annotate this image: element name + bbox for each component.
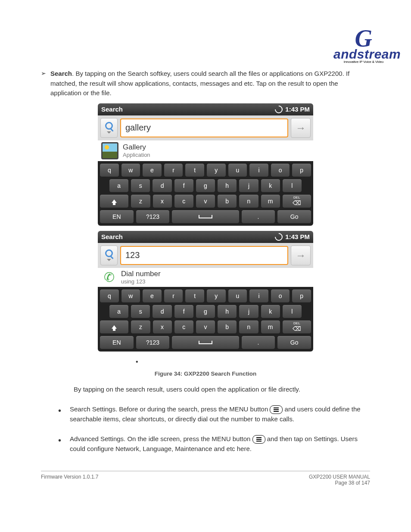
key-n[interactable]: n xyxy=(239,194,258,208)
key-x[interactable]: x xyxy=(153,320,172,334)
key-b[interactable]: b xyxy=(217,194,237,208)
key-o[interactable]: o xyxy=(271,163,290,177)
key-r[interactable]: r xyxy=(164,289,184,303)
key-n[interactable]: n xyxy=(239,320,258,334)
refresh-icon xyxy=(274,104,284,115)
key-j[interactable]: j xyxy=(239,179,258,193)
key-delete[interactable]: DEL ⌫ xyxy=(282,320,311,334)
submit-button[interactable]: → xyxy=(291,118,311,138)
key-s[interactable]: s xyxy=(131,305,150,318)
search-toolbar: → xyxy=(98,243,313,268)
key-g[interactable]: g xyxy=(196,179,215,193)
key-v[interactable]: v xyxy=(196,320,215,334)
result-title: Gallery xyxy=(123,143,150,152)
key-period[interactable]: . xyxy=(241,210,276,224)
key-k[interactable]: k xyxy=(261,305,280,318)
key-i[interactable]: i xyxy=(249,163,269,177)
key-t[interactable]: t xyxy=(185,163,205,177)
key-p[interactable]: p xyxy=(292,289,311,303)
key-period[interactable]: . xyxy=(241,336,276,349)
key-a[interactable]: a xyxy=(109,305,129,318)
key-e[interactable]: e xyxy=(142,289,162,303)
search-input[interactable] xyxy=(120,118,288,137)
arrow-right-icon: → xyxy=(296,122,306,134)
key-z[interactable]: z xyxy=(131,320,150,334)
key-space[interactable] xyxy=(171,336,239,349)
footer-left: Firmware Version 1.0.1.7 xyxy=(41,474,98,486)
search-icon xyxy=(105,249,113,257)
key-m[interactable]: m xyxy=(261,194,280,208)
key-h[interactable]: h xyxy=(217,305,237,318)
del-label: DEL xyxy=(293,196,300,199)
onscreen-keyboard: q w e r t y u i o p a s d f g h j k l xyxy=(98,287,313,352)
key-x[interactable]: x xyxy=(153,194,172,208)
key-s[interactable]: s xyxy=(131,179,150,193)
key-v[interactable]: v xyxy=(196,194,215,208)
key-language[interactable]: EN xyxy=(100,336,134,349)
clock: 1:43 PM xyxy=(285,106,310,113)
key-h[interactable]: h xyxy=(217,179,237,193)
key-symbols[interactable]: ?123 xyxy=(136,210,170,224)
brand-logo: Gandstream Innovative IP Voice & Video xyxy=(333,24,394,64)
key-b[interactable]: b xyxy=(217,320,237,334)
key-u[interactable]: u xyxy=(228,289,248,303)
key-w[interactable]: w xyxy=(121,163,141,177)
key-m[interactable]: m xyxy=(261,320,280,334)
search-scope-button[interactable] xyxy=(100,246,118,265)
key-language[interactable]: EN xyxy=(100,210,134,224)
key-symbols[interactable]: ?123 xyxy=(136,336,170,349)
screenshot-dial-search: Search 1:43 PM → ✆ Dial number using 123 xyxy=(98,231,313,352)
key-d[interactable]: d xyxy=(152,305,172,318)
key-i[interactable]: i xyxy=(249,289,269,303)
space-icon xyxy=(199,215,212,218)
key-j[interactable]: j xyxy=(239,305,258,318)
search-result-row[interactable]: ✆ Dial number using 123 xyxy=(98,268,313,287)
section-title: Search xyxy=(50,70,72,77)
submit-button[interactable]: → xyxy=(291,246,311,265)
key-g[interactable]: g xyxy=(196,305,215,318)
screenshot-gallery-search: Search 1:43 PM → Gallery Application xyxy=(98,103,313,226)
key-shift[interactable] xyxy=(100,194,129,208)
shift-icon xyxy=(112,199,117,203)
key-u[interactable]: u xyxy=(228,163,248,177)
key-y[interactable]: y xyxy=(206,289,226,303)
search-result-row[interactable]: Gallery Application xyxy=(98,140,313,161)
arrow-right-icon: → xyxy=(296,249,306,261)
backspace-icon: ⌫ xyxy=(293,199,301,206)
key-l[interactable]: l xyxy=(282,305,302,318)
footer-doc-title: GXP2200 USER MANUAL xyxy=(309,474,370,480)
key-go[interactable]: Go xyxy=(277,336,311,349)
key-space[interactable] xyxy=(171,210,239,224)
key-z[interactable]: z xyxy=(131,194,150,208)
footer-page: Page 38 of 147 xyxy=(309,480,370,486)
key-f[interactable]: f xyxy=(174,179,194,193)
key-c[interactable]: c xyxy=(174,194,194,208)
key-q[interactable]: q xyxy=(100,163,119,177)
key-t[interactable]: t xyxy=(185,289,205,303)
key-d[interactable]: d xyxy=(152,179,172,193)
key-shift[interactable] xyxy=(100,320,129,334)
result-title: Dial number xyxy=(121,270,161,278)
key-e[interactable]: e xyxy=(142,163,162,177)
key-y[interactable]: y xyxy=(206,163,226,177)
phone-icon: ✆ xyxy=(101,270,117,285)
window-title: Search xyxy=(101,106,123,113)
search-input[interactable] xyxy=(120,246,288,265)
key-w[interactable]: w xyxy=(121,289,141,303)
key-o[interactable]: o xyxy=(271,289,290,303)
search-scope-button[interactable] xyxy=(100,118,118,138)
key-go[interactable]: Go xyxy=(277,210,311,224)
key-k[interactable]: k xyxy=(261,179,280,193)
key-l[interactable]: l xyxy=(282,179,302,193)
key-r[interactable]: r xyxy=(164,163,184,177)
key-f[interactable]: f xyxy=(174,305,194,318)
key-p[interactable]: p xyxy=(292,163,311,177)
logo-initial: G xyxy=(355,26,373,50)
clock: 1:43 PM xyxy=(285,233,310,240)
key-c[interactable]: c xyxy=(174,320,194,334)
key-q[interactable]: q xyxy=(100,289,119,303)
key-a[interactable]: a xyxy=(109,179,129,193)
key-delete[interactable]: DEL ⌫ xyxy=(282,194,311,208)
onscreen-keyboard: q w e r t y u i o p a s d f g h j k l xyxy=(98,161,313,226)
bullet-text-a: Advanced Settings. On the idle screen, p… xyxy=(70,435,250,442)
